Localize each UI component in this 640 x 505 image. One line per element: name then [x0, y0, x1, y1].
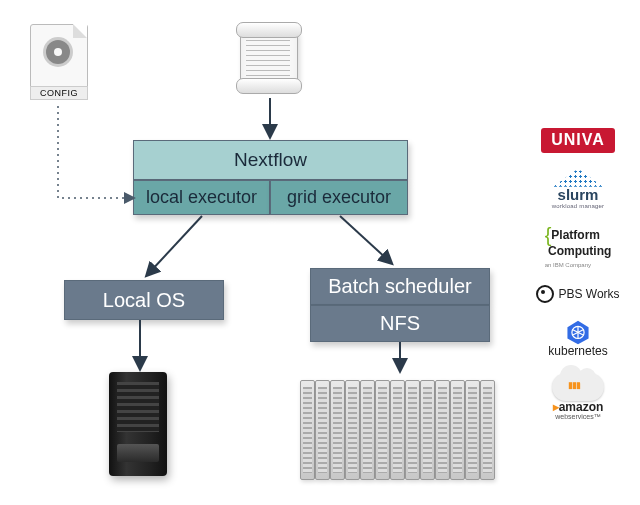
arrow-script-to-nextflow	[260, 98, 280, 142]
config-label: CONFIG	[30, 86, 88, 100]
grid-executor-box: grid executor	[270, 180, 408, 215]
svg-line-1	[150, 216, 202, 272]
aws-logo: ▮▮▮ ▸amazon webservices™	[529, 373, 627, 420]
batch-scheduler-box: Batch scheduler	[310, 268, 490, 305]
local-os-box: Local OS	[64, 280, 224, 320]
platform-computing-logo: {Platform Computing an IBM Company	[529, 225, 627, 269]
server-cluster-icon	[300, 374, 500, 486]
nfs-box: NFS	[310, 305, 490, 342]
arrow-os-to-workstation	[130, 320, 150, 374]
workstation-icon	[104, 372, 172, 480]
slurm-logo: slurm workload manager	[529, 169, 627, 209]
kubernetes-logo: kubernetes	[529, 319, 627, 358]
platform-logos-sidebar: UNIVA slurm workload manager {Platform C…	[528, 128, 628, 421]
config-file-icon: CONFIG	[26, 24, 90, 104]
nextflow-box: Nextflow	[133, 140, 408, 180]
arrow-local-exec-to-os	[140, 216, 220, 282]
univa-logo: UNIVA	[529, 128, 627, 153]
script-scroll-icon	[230, 18, 310, 98]
local-executor-box: local executor	[133, 180, 270, 215]
arrow-grid-exec-to-batch	[330, 216, 410, 270]
svg-line-2	[340, 216, 388, 260]
arrow-nfs-to-cluster	[390, 342, 410, 376]
arrow-config-to-executor	[52, 106, 142, 206]
pbs-works-logo: PBS Works	[529, 285, 627, 303]
